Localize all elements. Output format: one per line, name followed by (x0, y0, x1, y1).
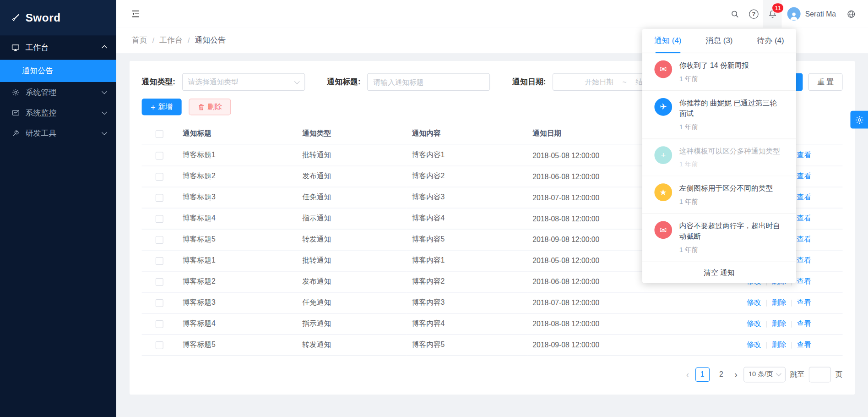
select-all-checkbox[interactable] (156, 130, 163, 138)
plus-icon: + (151, 103, 156, 111)
table-row: 博客标题3 任免通知 博客内容3 2018-07-08 12:00:00 修改删… (142, 292, 843, 313)
page-number-2[interactable]: 2 (714, 367, 728, 381)
help-icon[interactable]: ? (744, 0, 763, 27)
monitor-icon (11, 43, 20, 52)
row-checkbox[interactable] (156, 173, 163, 181)
jump-label: 跳至 (790, 369, 804, 379)
date-tilde: ~ (623, 78, 627, 86)
breadcrumb-current: 通知公告 (195, 35, 226, 45)
notification-title: 你收到了 14 份新周报 (679, 60, 749, 71)
notification-title: 你推荐的 曲妮妮 已通过第三轮面试 (679, 98, 784, 119)
row-checkbox[interactable] (156, 341, 163, 349)
page-size-select[interactable]: 10 条/页 (743, 367, 786, 382)
table-row: 博客标题5 转发通知 博客内容5 2018-09-08 12:00:00 修改删… (142, 334, 843, 355)
column-header-title: 通知标题 (177, 122, 297, 144)
search-icon[interactable] (726, 0, 744, 27)
gear-icon (11, 88, 20, 97)
delete-button[interactable]: 删除 (189, 99, 231, 115)
sidebar-item-notice[interactable]: 通知公告 (0, 60, 116, 82)
notification-dropdown: 通知 (4) 消息 (3) 待办 (4) ✉ 你收到了 14 份新周报 1 年前… (642, 29, 796, 283)
edit-link[interactable]: 修改 (747, 340, 761, 349)
prev-page-icon[interactable]: ‹ (684, 369, 691, 379)
chevron-down-icon (294, 78, 299, 84)
notification-badge: 11 (772, 3, 783, 13)
notification-title: 这种模板可以区分多种通知类型 (679, 146, 780, 157)
sidebar-item-system-monitor[interactable]: 系统监控 (0, 103, 116, 123)
delete-link[interactable]: 删除 (772, 298, 786, 307)
clear-notifications-button[interactable]: 清空 通知 (642, 262, 796, 283)
wrench-icon (11, 129, 20, 137)
view-link[interactable]: 查看 (797, 256, 811, 264)
notification-item[interactable]: ★ 左侧图标用于区分不同的类型 1 年前 (642, 176, 796, 214)
menu-fold-icon[interactable] (126, 0, 145, 27)
tab-todo[interactable]: 待办 (4) (745, 29, 796, 53)
next-page-icon[interactable]: › (733, 369, 739, 379)
chevron-down-icon (102, 89, 107, 94)
jump-page-input[interactable] (809, 367, 831, 382)
row-checkbox[interactable] (156, 152, 163, 159)
notification-title: 内容不要超过两行字，超出时自动截断 (679, 221, 784, 242)
view-link[interactable]: 查看 (797, 235, 811, 243)
settings-gear-button[interactable] (850, 111, 868, 129)
table-row: 博客标题4 指示通知 博客内容4 2018-08-08 12:00:00 修改删… (142, 313, 843, 334)
breadcrumb-separator: / (152, 36, 155, 45)
delete-link[interactable]: 删除 (772, 340, 786, 349)
app-title: Sword (26, 11, 61, 24)
delete-link[interactable]: 删除 (772, 319, 786, 328)
row-checkbox[interactable] (156, 320, 163, 328)
row-checkbox[interactable] (156, 236, 163, 244)
globe-icon[interactable] (841, 0, 860, 27)
row-checkbox[interactable] (156, 215, 163, 223)
row-checkbox[interactable] (156, 194, 163, 202)
notification-time: 1 年前 (679, 74, 749, 84)
user-menu[interactable]: Serati Ma (782, 0, 841, 27)
mail-icon: ✉ (654, 60, 672, 78)
edit-link[interactable]: 修改 (747, 298, 761, 307)
view-link[interactable]: 查看 (797, 172, 811, 180)
logo[interactable]: Sword (0, 0, 116, 35)
breadcrumb-separator: / (188, 36, 190, 45)
chevron-up-icon (102, 45, 107, 50)
reset-button[interactable]: 重 置 (808, 73, 843, 91)
notice-type-select[interactable]: 请选择通知类型 (182, 73, 304, 91)
sidebar-item-label: 系统监控 (26, 108, 97, 118)
view-link[interactable]: 查看 (797, 319, 811, 328)
sidebar-item-workbench[interactable]: 工作台 (0, 35, 116, 60)
add-button[interactable]: + 新增 (142, 99, 182, 115)
tab-notice[interactable]: 通知 (4) (642, 29, 694, 53)
notification-time: 1 年前 (679, 160, 780, 170)
notification-tabs: 通知 (4) 消息 (3) 待办 (4) (642, 29, 796, 53)
row-checkbox[interactable] (156, 278, 163, 286)
view-link[interactable]: 查看 (797, 340, 811, 349)
view-link[interactable]: 查看 (797, 277, 811, 285)
notification-time: 1 年前 (679, 198, 773, 207)
breadcrumb-workbench[interactable]: 工作台 (159, 35, 183, 45)
row-checkbox[interactable] (156, 299, 163, 307)
notification-title: 左侧图标用于区分不同的类型 (679, 184, 773, 194)
header-actions: ? 11 Serati Ma (726, 0, 861, 27)
user-name: Serati Ma (805, 10, 836, 18)
notification-item[interactable]: ✉ 内容不要超过两行字，超出时自动截断 1 年前 (642, 214, 796, 262)
notification-item[interactable]: ✈ 你推荐的 曲妮妮 已通过第三轮面试 1 年前 (642, 91, 796, 139)
page-number-1[interactable]: 1 (695, 367, 709, 381)
view-link[interactable]: 查看 (797, 298, 811, 307)
view-link[interactable]: 查看 (797, 193, 811, 201)
breadcrumb-home[interactable]: 首页 (132, 35, 147, 45)
notice-title-input[interactable] (367, 73, 490, 91)
view-link[interactable]: 查看 (797, 214, 811, 222)
notification-item[interactable]: + 这种模板可以区分多种通知类型 1 年前 (642, 139, 796, 176)
notice-type-label: 通知类型: (142, 77, 175, 87)
trash-icon (197, 104, 205, 111)
sidebar-item-system-admin[interactable]: 系统管理 (0, 82, 116, 103)
chevron-down-icon (102, 109, 107, 115)
view-link[interactable]: 查看 (797, 151, 811, 159)
row-checkbox[interactable] (156, 257, 163, 265)
bell-icon[interactable]: 11 (763, 0, 782, 27)
sidebar-item-dev-tools[interactable]: 研发工具 (0, 123, 116, 143)
notification-item[interactable]: ✉ 你收到了 14 份新周报 1 年前 (642, 53, 796, 91)
sidebar-item-label: 工作台 (26, 43, 97, 53)
tab-message[interactable]: 消息 (3) (694, 29, 745, 53)
edit-link[interactable]: 修改 (747, 319, 761, 328)
chevron-down-icon (776, 371, 781, 376)
sidebar: Sword 工作台 通知公告 系统管理 (0, 0, 116, 417)
